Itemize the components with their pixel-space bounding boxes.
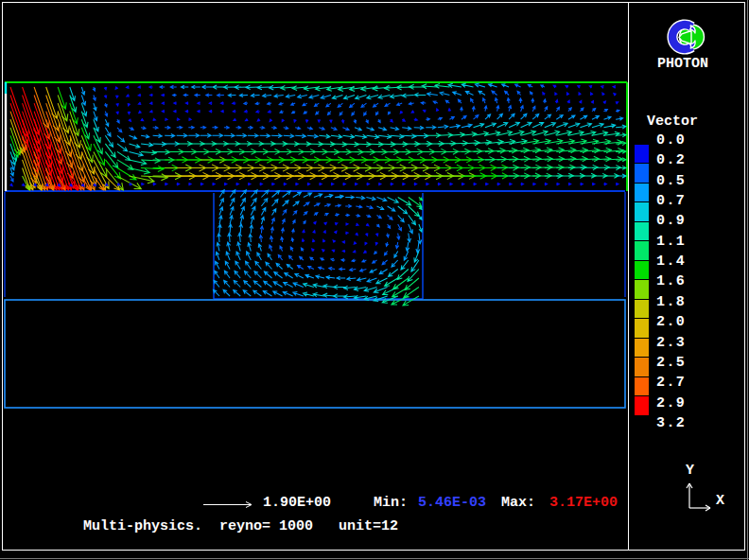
min-label: Min: (374, 496, 408, 510)
photon-window: PHOTON Vector 0.00.20.50.70.91.11.41.61.… (0, 0, 749, 560)
min-value: 5.46E-03 (418, 496, 486, 510)
axis-x-label: X (716, 493, 724, 509)
status-line: Multi-physics. reyno= 1000 unit=12 (83, 519, 398, 534)
reference-vector-value: 1.90E+00 (263, 496, 331, 510)
axis-y-label: Y (686, 463, 694, 479)
axis-indicator: XY (0, 0, 749, 560)
max-label: Max: (501, 496, 535, 510)
max-value: 3.17E+00 (549, 496, 618, 510)
